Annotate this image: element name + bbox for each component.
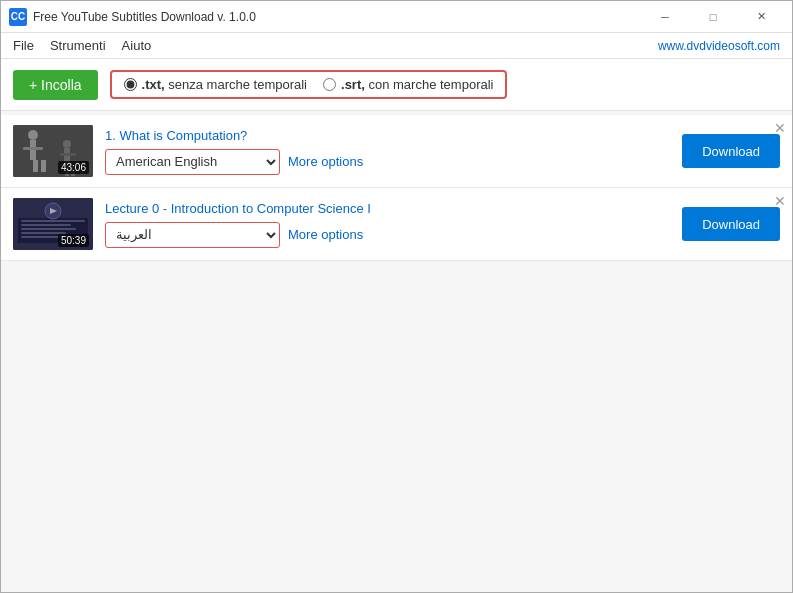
video-info-1: 1. What is Computation? American English… xyxy=(105,128,670,175)
video-info-2: Lecture 0 - Introduction to Computer Sci… xyxy=(105,201,670,248)
format-srt-label: .srt, con marche temporali xyxy=(341,77,493,92)
svg-rect-14 xyxy=(21,224,71,226)
more-options-link-2[interactable]: More options xyxy=(288,227,363,242)
video-title-1[interactable]: 1. What is Computation? xyxy=(105,128,670,143)
window-controls: ─ □ ✕ xyxy=(642,1,784,33)
svg-rect-13 xyxy=(21,220,85,222)
language-select-1[interactable]: American EnglishEnglishSpanishFrench xyxy=(105,149,280,175)
paste-button[interactable]: + Incolla xyxy=(13,70,98,100)
svg-rect-1 xyxy=(28,130,38,140)
menu-bar: File Strumenti Aiuto www.dvdvideosoft.co… xyxy=(1,33,792,59)
content-area: 43:06 1. What is Computation? American E… xyxy=(1,111,792,592)
format-txt-option[interactable]: .txt, senza marche temporali xyxy=(124,77,307,92)
video-controls-1: American EnglishEnglishSpanishFrench Mor… xyxy=(105,149,670,175)
close-button[interactable]: ✕ xyxy=(738,1,784,33)
menu-strumenti[interactable]: Strumenti xyxy=(42,36,114,55)
video-duration-1: 43:06 xyxy=(58,161,89,174)
minimize-button[interactable]: ─ xyxy=(642,1,688,33)
remove-item-2[interactable]: ✕ xyxy=(774,194,786,208)
video-title-2[interactable]: Lecture 0 - Introduction to Computer Sci… xyxy=(105,201,670,216)
video-duration-2: 50:39 xyxy=(58,234,89,247)
svg-rect-4 xyxy=(33,160,38,172)
download-button-1[interactable]: Download xyxy=(682,134,780,168)
website-link[interactable]: www.dvdvideosoft.com xyxy=(658,39,788,53)
more-options-link-1[interactable]: More options xyxy=(288,154,363,169)
video-item-1: 43:06 1. What is Computation? American E… xyxy=(1,115,792,188)
menu-aiuto[interactable]: Aiuto xyxy=(114,36,160,55)
txt-bold: .txt, xyxy=(142,77,165,92)
language-select-2[interactable]: العربيةEnglishFrench xyxy=(105,222,280,248)
thumbnail-2: 50:39 xyxy=(13,198,93,250)
item-actions-1: Download xyxy=(682,134,780,168)
format-srt-radio[interactable] xyxy=(323,78,336,91)
menu-file[interactable]: File xyxy=(5,36,42,55)
remove-item-1[interactable]: ✕ xyxy=(774,121,786,135)
app-icon: CC xyxy=(9,8,27,26)
item-actions-2: Download xyxy=(682,207,780,241)
format-txt-radio[interactable] xyxy=(124,78,137,91)
svg-rect-15 xyxy=(21,228,76,230)
format-txt-label: .txt, senza marche temporali xyxy=(142,77,307,92)
svg-rect-8 xyxy=(60,153,76,156)
download-button-2[interactable]: Download xyxy=(682,207,780,241)
video-item-2: 50:39 Lecture 0 - Introduction to Comput… xyxy=(1,188,792,261)
toolbar: + Incolla .txt, senza marche temporali .… xyxy=(1,59,792,111)
svg-rect-6 xyxy=(63,140,71,148)
format-options-group: .txt, senza marche temporali .srt, con m… xyxy=(110,70,508,99)
srt-bold: .srt, xyxy=(341,77,365,92)
maximize-button[interactable]: □ xyxy=(690,1,736,33)
video-controls-2: العربيةEnglishFrench More options xyxy=(105,222,670,248)
svg-rect-5 xyxy=(41,160,46,172)
format-srt-option[interactable]: .srt, con marche temporali xyxy=(323,77,493,92)
svg-rect-3 xyxy=(23,147,43,150)
window-title: Free YouTube Subtitles Download v. 1.0.0 xyxy=(33,10,642,24)
title-bar: CC Free YouTube Subtitles Download v. 1.… xyxy=(1,1,792,33)
thumbnail-1: 43:06 xyxy=(13,125,93,177)
